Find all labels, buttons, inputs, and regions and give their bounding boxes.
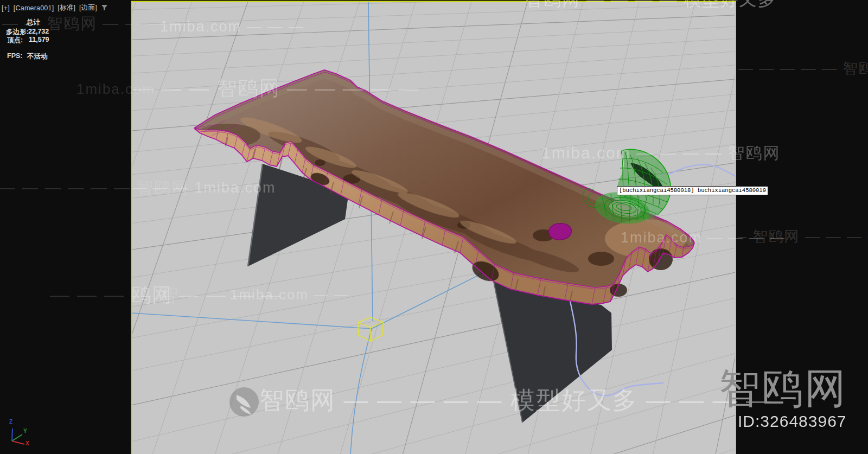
viewport-menu-mode[interactable]: [边面] <box>79 3 97 12</box>
stats-fps-label: FPS: <box>7 52 22 60</box>
stats-vertex-label: 顶点: <box>7 36 23 45</box>
scene-canvas <box>0 0 868 454</box>
axis-z-label: Z <box>9 419 12 425</box>
filter-funnel-icon[interactable] <box>101 5 108 11</box>
viewport-header: [+] [Camera001] [标准] [边面] <box>2 3 108 12</box>
magenta-shape-blob[interactable] <box>549 223 572 240</box>
viewport-menu-general[interactable]: [+] <box>2 4 10 12</box>
axis-x-label: X <box>25 440 29 446</box>
axis-y-label: Y <box>23 428 27 434</box>
stats-poly-value: 22,732 <box>28 28 49 35</box>
max-viewport-screenshot: [+] [Camera001] [标准] [边面] 总计 多边形: 22,732… <box>0 0 868 454</box>
stats-total-label: 总计 <box>27 18 40 27</box>
viewport-menu-pov[interactable]: [Camera001] <box>14 4 54 12</box>
stats-fps-value: 不活动 <box>27 52 48 61</box>
stats-vertex-value: 11,579 <box>29 36 49 43</box>
watermark-logo <box>229 387 259 417</box>
viewport-menu-shading[interactable]: [标准] <box>58 3 75 12</box>
